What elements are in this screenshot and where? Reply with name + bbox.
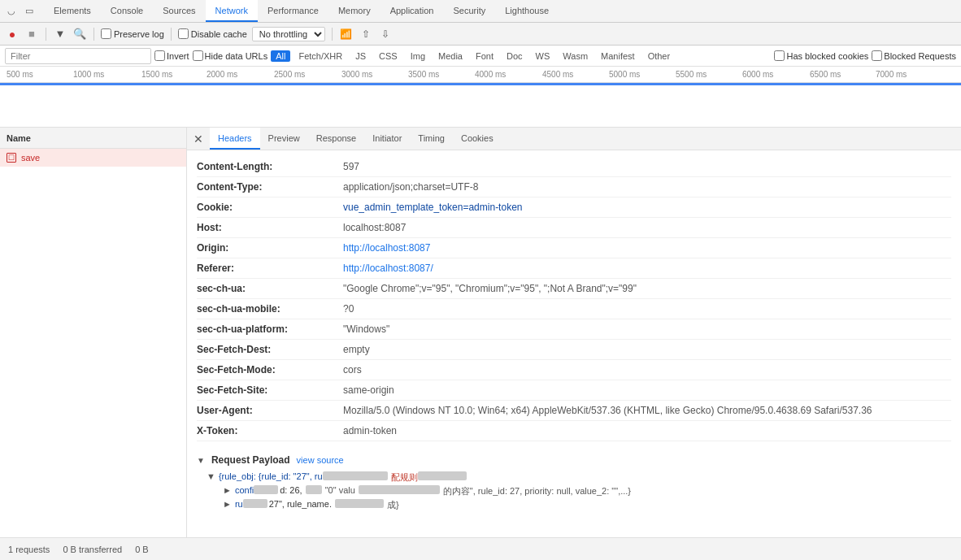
request-list-header: Name	[0, 128, 186, 149]
payload-key-1: confi	[235, 485, 254, 495]
payload-mid-2: 27", rule_name.	[269, 499, 332, 509]
tab-elements[interactable]: Elements	[44, 0, 101, 22]
toolbar-divider-2	[93, 28, 94, 41]
search-icon[interactable]: 🔍	[72, 27, 87, 41]
payload-item-2: ► ru 27", rule_name. 成}	[207, 498, 951, 512]
tab-headers[interactable]: Headers	[210, 128, 260, 150]
filter-row: Invert Hide data URLs All Fetch/XHR JS C…	[0, 46, 961, 67]
payload-blurred-3	[306, 485, 322, 494]
tab-response[interactable]: Response	[308, 128, 365, 150]
filter-type-wasm[interactable]: Wasm	[558, 50, 593, 62]
toolbar-divider-1	[46, 28, 46, 41]
filter-type-fetch[interactable]: Fetch/XHR	[294, 50, 347, 62]
disable-cache-input[interactable]	[178, 28, 189, 39]
record-icon[interactable]: ●	[5, 27, 20, 41]
tab-preview[interactable]: Preview	[260, 128, 308, 150]
wifi-icon[interactable]: 📶	[339, 27, 354, 41]
ruler-label-3: 2000 ms	[207, 70, 237, 79]
header-row-origin: Origin: http://localhost:8087	[197, 238, 951, 258]
ruler-label-0: 500 ms	[7, 70, 33, 79]
header-value-cookie: vue_admin_template_token=admin-token	[343, 200, 522, 215]
header-name-sec-ch-ua: sec-ch-ua:	[197, 281, 343, 296]
tab-lighthouse[interactable]: Lighthouse	[495, 0, 559, 22]
has-blocked-cookies-checkbox[interactable]: Has blocked cookies	[774, 50, 868, 61]
payload-expand-1[interactable]: ►	[223, 485, 232, 495]
tab-initiator[interactable]: Initiator	[364, 128, 410, 150]
has-blocked-cookies-input[interactable]	[774, 50, 785, 61]
filter-input[interactable]	[5, 48, 151, 64]
tab-performance[interactable]: Performance	[258, 0, 328, 22]
payload-triangle-icon: ▼	[197, 456, 205, 465]
tab-console[interactable]: Console	[101, 0, 153, 22]
blocked-requests-checkbox[interactable]: Blocked Requests	[872, 50, 956, 61]
tab-application[interactable]: Application	[380, 0, 444, 22]
invert-input[interactable]	[154, 50, 165, 61]
payload-key-2: ru	[235, 499, 243, 509]
stop-icon[interactable]: ■	[24, 27, 39, 41]
hide-data-urls-input[interactable]	[193, 50, 203, 61]
detail-tabs: ✕ Headers Preview Response Initiator Tim…	[187, 128, 961, 150]
request-item[interactable]: ☐ save	[0, 149, 186, 167]
tab-security[interactable]: Security	[443, 0, 495, 22]
disable-cache-checkbox[interactable]: Disable cache	[178, 28, 247, 39]
filter-type-font[interactable]: Font	[471, 50, 498, 62]
payload-suffix-2: 成}	[387, 499, 399, 511]
import-icon[interactable]: ⇧	[359, 27, 373, 41]
filter-type-css[interactable]: CSS	[374, 50, 402, 62]
blocked-requests-input[interactable]	[872, 50, 882, 61]
ruler-label-5: 3000 ms	[341, 70, 372, 79]
view-source-link[interactable]: view source	[297, 455, 344, 465]
header-row-content-type: Content-Type: application/json;charset=U…	[197, 177, 951, 198]
ruler-label-6: 3500 ms	[408, 70, 439, 79]
filter-type-img[interactable]: Img	[406, 50, 430, 62]
filter-type-js[interactable]: JS	[350, 50, 371, 62]
devtools-icons: ◡ ▭	[3, 3, 37, 20]
network-toolbar: ● ■ ▼ 🔍 Preserve log Disable cache No th…	[0, 23, 961, 46]
header-row-sec-fetch-mode: Sec-Fetch-Mode: cors	[197, 360, 951, 380]
ruler-label-10: 5500 ms	[676, 70, 707, 79]
toolbar-divider-3	[171, 28, 172, 41]
tab-sources[interactable]: Sources	[153, 0, 205, 22]
timeline-waterfall	[0, 83, 961, 128]
payload-expand-0[interactable]: ▼	[207, 471, 215, 481]
header-row-x-token: X-Token: admin-token	[197, 421, 951, 441]
header-row-sec-fetch-dest: Sec-Fetch-Dest: empty	[197, 340, 951, 360]
filter-type-doc[interactable]: Doc	[502, 50, 528, 62]
export-icon[interactable]: ⇩	[378, 27, 393, 41]
payload-expand-2[interactable]: ►	[223, 499, 232, 509]
throttle-select[interactable]: No throttling	[252, 27, 325, 41]
preserve-log-input[interactable]	[101, 28, 111, 39]
disable-cache-label: Disable cache	[191, 29, 247, 39]
payload-blurred-5	[243, 499, 267, 508]
tab-timing[interactable]: Timing	[410, 128, 453, 150]
tab-memory[interactable]: Memory	[328, 0, 380, 22]
payload-blurred-6	[335, 499, 384, 508]
payload-key-0: {rule_obj: {rule_id: "27", ru	[219, 471, 323, 481]
invert-checkbox[interactable]: Invert	[154, 50, 189, 61]
tab-network[interactable]: Network	[206, 0, 258, 22]
ruler-label-8: 4500 ms	[542, 70, 573, 79]
filter-icon[interactable]: ▼	[53, 27, 67, 41]
header-name-sec-ch-ua-platform: sec-ch-ua-platform:	[197, 322, 343, 336]
filter-type-other[interactable]: Other	[643, 50, 676, 62]
tab-cookies[interactable]: Cookies	[453, 128, 502, 150]
header-row-host: Host: localhost:8087	[197, 218, 951, 238]
has-blocked-cookies-label: Has blocked cookies	[786, 51, 868, 61]
filter-type-all[interactable]: All	[271, 50, 290, 62]
request-list: Name ☐ save	[0, 128, 187, 537]
payload-suffix-1: 的内容", rule_id: 27, priority: null, value…	[443, 485, 631, 497]
device-icon[interactable]: ▭	[21, 3, 37, 20]
preserve-log-checkbox[interactable]: Preserve log	[101, 28, 164, 39]
toolbar-divider-4	[332, 28, 333, 41]
inspect-icon[interactable]: ◡	[3, 3, 20, 20]
payload-mid-1: d: 26,	[280, 485, 302, 495]
filter-type-manifest[interactable]: Manifest	[596, 50, 640, 62]
payload-blurred-1	[418, 471, 467, 480]
filter-type-media[interactable]: Media	[433, 50, 467, 62]
filter-type-ws[interactable]: WS	[531, 50, 555, 62]
header-name-host: Host:	[197, 220, 343, 235]
close-icon[interactable]: ✕	[190, 131, 207, 147]
hide-data-urls-checkbox[interactable]: Hide data URLs	[193, 50, 268, 61]
header-value-content-type: application/json;charset=UTF-8	[343, 180, 478, 194]
payload-title: ▼ Request Payload view source	[197, 454, 951, 466]
